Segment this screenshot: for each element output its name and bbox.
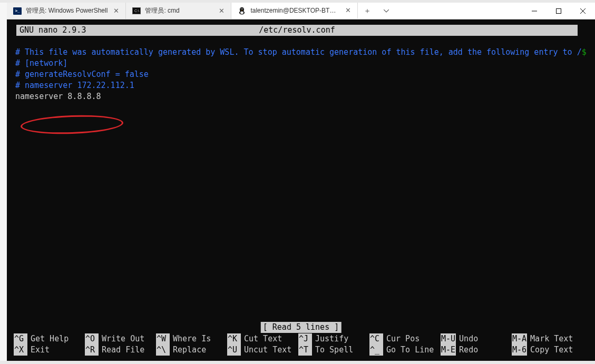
nano-filename: /etc/resolv.conf — [259, 25, 335, 36]
window-controls — [522, 3, 595, 19]
shortcut-go-to-line: ^_Go To Line — [369, 345, 441, 356]
tab-label: talentzemin@DESKTOP-BTM0C — [250, 7, 339, 14]
shortcut-copy-text: M-6Copy Text — [512, 345, 583, 356]
shortcut-get-help: ^GGet Help — [14, 333, 85, 345]
file-line: # nameserver 172.22.112.1 — [15, 80, 587, 91]
file-line: # [network] — [15, 58, 587, 69]
annotation-circle — [20, 114, 123, 136]
minimize-button[interactable] — [522, 3, 547, 19]
tab-dropdown-button[interactable] — [377, 3, 396, 19]
svg-point-5 — [241, 8, 242, 9]
close-icon[interactable]: ✕ — [344, 6, 352, 15]
shortcut-to-spell: ^TTo Spell — [298, 345, 369, 356]
file-line: # generateResolvConf = false — [15, 69, 587, 80]
svg-point-6 — [242, 8, 243, 9]
shortcut-cut-text: ^KCut Text — [227, 333, 298, 345]
terminal-window: >_ 管理员: Windows PowerShell ✕ C:\ 管理员: cm… — [7, 3, 595, 361]
shortcut-write-out: ^OWrite Out — [85, 333, 156, 345]
shortcut-justify: ^JJustify — [298, 333, 369, 345]
nano-shortcuts: ^GGet Help ^XExit ^OWrite Out ^RRead Fil… — [14, 333, 587, 356]
close-icon[interactable]: ✕ — [217, 7, 226, 15]
tux-icon — [238, 6, 246, 15]
powershell-icon: >_ — [13, 7, 22, 15]
file-line: nameserver 8.8.8.8 — [15, 91, 587, 102]
shortcut-cur-pos: ^CCur Pos — [369, 333, 441, 345]
shortcut-read-file: ^RRead File — [85, 345, 156, 356]
file-line: # This file was automatically generated … — [15, 47, 587, 58]
titlebar: >_ 管理员: Windows PowerShell ✕ C:\ 管理员: cm… — [7, 3, 595, 19]
close-icon[interactable]: ✕ — [112, 7, 120, 15]
tab-strip: >_ 管理员: Windows PowerShell ✕ C:\ 管理员: cm… — [7, 3, 358, 19]
shortcut-uncut-text: ^UUncut Text — [227, 345, 298, 356]
left-gutter — [0, 3, 7, 361]
terminal-area[interactable]: GNU nano 2.9.3 /etc/resolv.conf # This f… — [7, 19, 595, 361]
svg-point-2 — [240, 11, 243, 14]
tab-actions: ＋ — [358, 3, 396, 19]
nano-status: [ Read 5 lines ] — [261, 322, 342, 333]
close-window-button[interactable] — [571, 3, 595, 19]
tab-label: 管理员: cmd — [145, 6, 213, 15]
shortcut-where-is: ^WWhere Is — [156, 333, 227, 345]
tab-wsl[interactable]: talentzemin@DESKTOP-BTM0C ✕ — [231, 3, 358, 19]
shortcut-undo: M-UUndo — [441, 333, 512, 345]
shortcut-mark-text: M-AMark Text — [512, 333, 583, 345]
tab-label: 管理员: Windows PowerShell — [26, 6, 108, 15]
shortcut-exit: ^XExit — [14, 345, 85, 356]
editor-content[interactable]: # This file was automatically generated … — [15, 47, 587, 102]
svg-rect-8 — [557, 9, 561, 14]
titlebar-spacer — [396, 3, 522, 19]
new-tab-button[interactable]: ＋ — [358, 3, 377, 19]
nano-version: GNU nano 2.9.3 — [19, 25, 86, 36]
tab-cmd[interactable]: C:\ 管理员: cmd ✕ — [126, 3, 231, 19]
maximize-button[interactable] — [547, 3, 571, 19]
nano-titlebar: GNU nano 2.9.3 /etc/resolv.conf — [16, 25, 578, 36]
tab-powershell[interactable]: >_ 管理员: Windows PowerShell ✕ — [7, 3, 126, 19]
shortcut-redo: M-ERedo — [441, 345, 512, 356]
shortcut-replace: ^\Replace — [156, 345, 227, 356]
cmd-icon: C:\ — [132, 7, 141, 15]
